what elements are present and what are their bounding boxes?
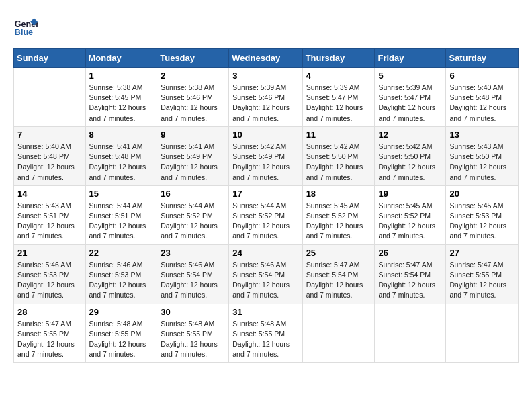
day-cell: 16Sunrise: 5:44 AM Sunset: 5:52 PM Dayli… [157,185,229,244]
day-cell: 10Sunrise: 5:42 AM Sunset: 5:49 PM Dayli… [229,126,302,185]
day-number: 4 [306,71,371,81]
day-info: Sunrise: 5:46 AM Sunset: 5:53 PM Dayligh… [17,260,82,301]
day-cell: 1Sunrise: 5:38 AM Sunset: 5:45 PM Daylig… [85,68,157,127]
calendar-body: 1Sunrise: 5:38 AM Sunset: 5:45 PM Daylig… [14,68,519,363]
day-cell: 27Sunrise: 5:47 AM Sunset: 5:55 PM Dayli… [446,244,519,304]
page-header: General Blue [13,13,519,38]
day-number: 11 [306,130,371,140]
header-cell-thursday: Thursday [302,49,375,68]
header-cell-wednesday: Wednesday [229,49,302,68]
day-info: Sunrise: 5:39 AM Sunset: 5:47 PM Dayligh… [306,83,371,124]
day-info: Sunrise: 5:38 AM Sunset: 5:46 PM Dayligh… [161,83,225,124]
day-info: Sunrise: 5:42 AM Sunset: 5:50 PM Dayligh… [378,142,442,183]
day-number: 20 [449,189,515,199]
day-number: 10 [232,130,298,140]
header-cell-tuesday: Tuesday [157,49,229,68]
day-number: 6 [449,71,515,81]
day-cell: 23Sunrise: 5:46 AM Sunset: 5:54 PM Dayli… [157,244,229,304]
day-cell: 29Sunrise: 5:48 AM Sunset: 5:55 PM Dayli… [85,304,157,363]
day-number: 18 [306,189,371,199]
svg-text:Blue: Blue [15,28,33,37]
day-cell [14,68,86,127]
day-cell: 7Sunrise: 5:40 AM Sunset: 5:48 PM Daylig… [14,126,86,185]
day-cell: 21Sunrise: 5:46 AM Sunset: 5:53 PM Dayli… [14,244,86,304]
week-row-4: 21Sunrise: 5:46 AM Sunset: 5:53 PM Dayli… [14,244,519,304]
day-info: Sunrise: 5:47 AM Sunset: 5:55 PM Dayligh… [449,260,515,301]
day-number: 31 [232,307,298,317]
day-number: 25 [306,248,371,258]
day-number: 9 [161,130,225,140]
day-cell: 11Sunrise: 5:42 AM Sunset: 5:50 PM Dayli… [302,126,375,185]
day-cell: 18Sunrise: 5:45 AM Sunset: 5:52 PM Dayli… [302,185,375,244]
day-cell: 17Sunrise: 5:44 AM Sunset: 5:52 PM Dayli… [229,185,302,244]
day-cell [302,304,375,363]
day-info: Sunrise: 5:42 AM Sunset: 5:49 PM Dayligh… [232,142,298,183]
day-info: Sunrise: 5:47 AM Sunset: 5:55 PM Dayligh… [17,319,82,360]
day-cell: 6Sunrise: 5:40 AM Sunset: 5:48 PM Daylig… [446,68,519,127]
day-number: 19 [378,189,442,199]
day-cell: 28Sunrise: 5:47 AM Sunset: 5:55 PM Dayli… [14,304,86,363]
day-info: Sunrise: 5:40 AM Sunset: 5:48 PM Dayligh… [449,83,515,124]
day-cell: 19Sunrise: 5:45 AM Sunset: 5:52 PM Dayli… [375,185,446,244]
day-number: 29 [89,307,154,317]
day-info: Sunrise: 5:39 AM Sunset: 5:46 PM Dayligh… [232,83,298,124]
day-number: 7 [17,130,82,140]
day-number: 12 [378,130,442,140]
day-info: Sunrise: 5:48 AM Sunset: 5:55 PM Dayligh… [232,319,298,360]
day-number: 27 [449,248,515,258]
day-cell: 4Sunrise: 5:39 AM Sunset: 5:47 PM Daylig… [302,68,375,127]
day-info: Sunrise: 5:44 AM Sunset: 5:52 PM Dayligh… [232,201,298,242]
day-cell: 26Sunrise: 5:47 AM Sunset: 5:54 PM Dayli… [375,244,446,304]
day-cell: 30Sunrise: 5:48 AM Sunset: 5:55 PM Dayli… [157,304,229,363]
day-number: 16 [161,189,225,199]
day-number: 15 [89,189,154,199]
day-number: 2 [161,71,225,81]
day-info: Sunrise: 5:46 AM Sunset: 5:54 PM Dayligh… [161,260,225,301]
day-cell [446,304,519,363]
day-number: 30 [161,307,225,317]
day-info: Sunrise: 5:39 AM Sunset: 5:47 PM Dayligh… [378,83,442,124]
day-number: 13 [449,130,515,140]
day-cell: 14Sunrise: 5:43 AM Sunset: 5:51 PM Dayli… [14,185,86,244]
day-number: 14 [17,189,82,199]
day-number: 24 [232,248,298,258]
day-number: 22 [89,248,154,258]
day-number: 8 [89,130,154,140]
week-row-1: 1Sunrise: 5:38 AM Sunset: 5:45 PM Daylig… [14,68,519,127]
day-number: 23 [161,248,225,258]
day-info: Sunrise: 5:38 AM Sunset: 5:45 PM Dayligh… [89,83,154,124]
day-number: 5 [378,71,442,81]
day-info: Sunrise: 5:44 AM Sunset: 5:52 PM Dayligh… [161,201,225,242]
day-number: 26 [378,248,442,258]
day-cell: 12Sunrise: 5:42 AM Sunset: 5:50 PM Dayli… [375,126,446,185]
day-cell: 24Sunrise: 5:46 AM Sunset: 5:54 PM Dayli… [229,244,302,304]
day-cell: 13Sunrise: 5:43 AM Sunset: 5:50 PM Dayli… [446,126,519,185]
header-cell-monday: Monday [85,49,157,68]
day-cell: 20Sunrise: 5:45 AM Sunset: 5:53 PM Dayli… [446,185,519,244]
day-cell: 8Sunrise: 5:41 AM Sunset: 5:48 PM Daylig… [85,126,157,185]
day-info: Sunrise: 5:45 AM Sunset: 5:52 PM Dayligh… [306,201,371,242]
day-info: Sunrise: 5:42 AM Sunset: 5:50 PM Dayligh… [306,142,371,183]
header-cell-sunday: Sunday [14,49,86,68]
day-number: 3 [232,71,298,81]
day-info: Sunrise: 5:40 AM Sunset: 5:48 PM Dayligh… [17,142,82,183]
logo-icon: General Blue [13,13,38,38]
day-cell: 25Sunrise: 5:47 AM Sunset: 5:54 PM Dayli… [302,244,375,304]
day-info: Sunrise: 5:47 AM Sunset: 5:54 PM Dayligh… [306,260,371,301]
header-cell-friday: Friday [375,49,446,68]
week-row-2: 7Sunrise: 5:40 AM Sunset: 5:48 PM Daylig… [14,126,519,185]
week-row-5: 28Sunrise: 5:47 AM Sunset: 5:55 PM Dayli… [14,304,519,363]
day-info: Sunrise: 5:43 AM Sunset: 5:50 PM Dayligh… [449,142,515,183]
day-info: Sunrise: 5:48 AM Sunset: 5:55 PM Dayligh… [161,319,225,360]
day-number: 17 [232,189,298,199]
header-row: SundayMondayTuesdayWednesdayThursdayFrid… [14,49,519,68]
day-cell: 22Sunrise: 5:46 AM Sunset: 5:53 PM Dayli… [85,244,157,304]
day-info: Sunrise: 5:45 AM Sunset: 5:53 PM Dayligh… [449,201,515,242]
day-number: 1 [89,71,154,81]
day-info: Sunrise: 5:44 AM Sunset: 5:51 PM Dayligh… [89,201,154,242]
day-info: Sunrise: 5:48 AM Sunset: 5:55 PM Dayligh… [89,319,154,360]
day-info: Sunrise: 5:46 AM Sunset: 5:54 PM Dayligh… [232,260,298,301]
logo: General Blue [13,13,40,38]
day-cell: 31Sunrise: 5:48 AM Sunset: 5:55 PM Dayli… [229,304,302,363]
week-row-3: 14Sunrise: 5:43 AM Sunset: 5:51 PM Dayli… [14,185,519,244]
